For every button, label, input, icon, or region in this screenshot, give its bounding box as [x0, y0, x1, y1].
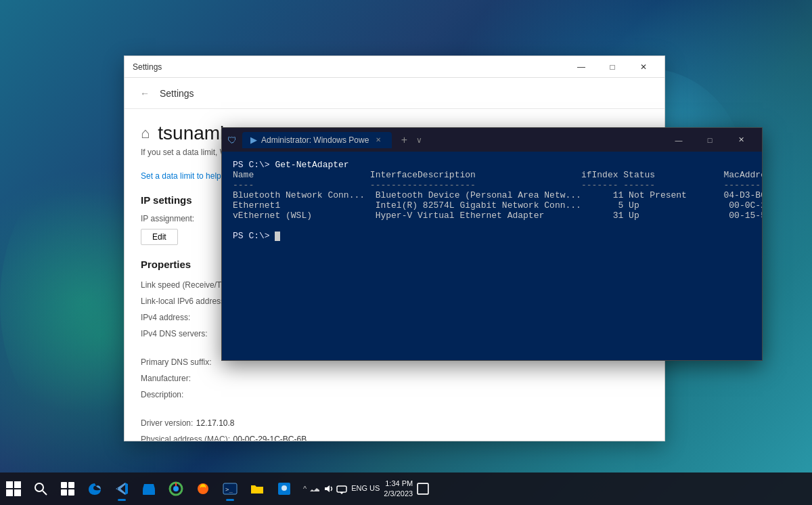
driver-label: Driver version: — [141, 418, 193, 428]
ipv4-label: IPv4 address: — [141, 313, 190, 322]
manufacturer-item: Manufacturer: — [141, 372, 648, 384]
taskbar-task-view-btn[interactable] — [54, 475, 81, 502]
taskbar-right: ^ ENG US 1:34 PM 2/3/2023 — [298, 479, 434, 500]
settings-maximize-btn[interactable]: □ — [597, 56, 628, 78]
settings-nav-title: Settings — [160, 88, 194, 99]
terminal-tab-title: Administrator: Windows Powe — [261, 135, 369, 145]
terminal-new-tab-btn[interactable]: + — [394, 131, 413, 150]
home-icon: ⌂ — [141, 125, 150, 142]
svg-rect-3 — [14, 489, 21, 496]
svg-rect-9 — [68, 489, 74, 496]
settings-win-controls: — □ ✕ — [566, 56, 659, 78]
terminal-prompt-1: PS C:\> — [233, 160, 275, 170]
ip-edit-btn[interactable]: Edit — [141, 229, 178, 245]
mac-label: Physical address (MAC): — [141, 435, 230, 441]
chrome-icon — [168, 481, 183, 496]
description-label: Description: — [141, 390, 183, 399]
description-item: Description: — [141, 388, 648, 400]
svg-point-17 — [281, 485, 287, 491]
terminal-win-controls: — □ ✕ — [663, 128, 757, 152]
settings-nav: ← Settings — [125, 78, 664, 109]
photos-icon — [277, 481, 292, 496]
edge-icon — [87, 481, 102, 496]
terminal-icon: >_ — [223, 481, 238, 496]
terminal-col-sep: ---- -------------------- ------- ------… — [233, 180, 762, 190]
taskbar-firefox-btn[interactable] — [189, 475, 217, 502]
svg-rect-2 — [6, 489, 13, 496]
windows-icon — [6, 481, 21, 496]
terminal-close-btn[interactable]: ✕ — [725, 128, 757, 152]
terminal-col-headers: Name InterfaceDescription ifIndex Status… — [233, 170, 762, 180]
explorer-icon — [250, 481, 265, 496]
taskbar-sys-icons: ^ — [303, 483, 347, 494]
mac-item: Physical address (MAC): 00-0C-29-1C-BC-6… — [141, 433, 648, 441]
terminal-body[interactable]: PS C:\> Get-NetAdapter Name InterfaceDes… — [222, 152, 762, 360]
svg-rect-19 — [418, 483, 428, 494]
settings-title: Settings — [130, 62, 566, 72]
svg-rect-18 — [337, 486, 346, 492]
terminal-row-2: Ethernet1 Intel(R) 82574L Gigabit Networ… — [233, 200, 762, 211]
svg-point-12 — [173, 486, 179, 491]
taskbar-explorer-btn[interactable] — [244, 475, 271, 502]
svg-rect-6 — [61, 482, 67, 488]
taskbar-store-btn[interactable] — [135, 475, 162, 502]
show-desktop-icon[interactable] — [417, 483, 429, 495]
taskbar-chevron[interactable]: ^ — [303, 485, 307, 493]
settings-page-title: tsunami — [158, 123, 224, 144]
taskbar: >_ ^ — [0, 473, 812, 505]
terminal-cmd-1: Get-NetAdapter — [275, 160, 348, 170]
svg-rect-8 — [61, 489, 67, 496]
terminal-row-1: Bluetooth Network Conn... Bluetooth Devi… — [233, 190, 762, 200]
sound-icon — [323, 483, 334, 494]
terminal-window: 🛡 ▶ Administrator: Windows Powe ✕ + ∨ — … — [221, 127, 763, 361]
taskbar-terminal-btn[interactable]: >_ — [217, 475, 244, 502]
taskbar-date: 2/3/2023 — [384, 489, 413, 499]
settings-close-btn[interactable]: ✕ — [628, 56, 659, 78]
settings-minimize-btn[interactable]: — — [566, 56, 597, 78]
terminal-prompt-2: PS C:\> — [233, 231, 275, 241]
svg-rect-10 — [143, 489, 155, 495]
terminal-minimize-btn[interactable]: — — [663, 128, 694, 152]
mac-value: 00-0C-29-1C-BC-6B — [233, 435, 307, 441]
manufacturer-label: Manufacturer: — [141, 374, 191, 383]
driver-item: Driver version: 12.17.10.8 — [141, 416, 648, 429]
taskbar-lang[interactable]: ENG US — [351, 483, 380, 493]
search-icon — [33, 481, 48, 496]
taskbar-search-btn[interactable] — [27, 475, 54, 502]
svg-rect-0 — [6, 481, 13, 488]
svg-rect-1 — [14, 481, 21, 488]
terminal-tab-chevron[interactable]: ∨ — [416, 135, 422, 145]
dns-suffix-label: Primary DNS suffix: — [141, 357, 211, 367]
taskbar-photos-btn[interactable] — [271, 475, 298, 502]
terminal-cursor — [275, 232, 280, 241]
svg-point-4 — [35, 483, 43, 491]
taskbar-edge-btn[interactable] — [81, 475, 108, 502]
settings-back-btn[interactable]: ← — [135, 84, 154, 103]
powershell-icon: ▶ — [250, 135, 257, 145]
taskbar-vscode-btn[interactable] — [108, 475, 135, 502]
desktop: Settings — □ ✕ ← Settings ⌂ tsunami If y… — [0, 0, 812, 505]
settings-titlebar: Settings — □ ✕ — [125, 56, 664, 78]
ipv6-label: Link-local IPv6 address: — [141, 297, 227, 306]
vscode-icon — [114, 481, 129, 496]
terminal-tab-close-btn[interactable]: ✕ — [373, 135, 384, 146]
terminal-row-3: vEthernet (WSL) Hyper-V Virtual Ethernet… — [233, 211, 762, 221]
taskbar-time: 1:34 PM — [384, 479, 413, 489]
taskbar-clock: 1:34 PM 2/3/2023 — [384, 479, 413, 500]
taskbar-chrome-btn[interactable] — [162, 475, 189, 502]
terminal-titlebar: 🛡 ▶ Administrator: Windows Powe ✕ + ∨ — … — [222, 128, 762, 152]
terminal-active-tab[interactable]: ▶ Administrator: Windows Powe ✕ — [242, 132, 392, 148]
firefox-icon — [196, 481, 210, 496]
svg-rect-7 — [68, 482, 74, 488]
driver-value: 12.17.10.8 — [196, 418, 235, 428]
task-view-icon — [60, 481, 75, 496]
network-icon — [309, 483, 320, 494]
ipv4-dns-label: IPv4 DNS servers: — [141, 329, 208, 338]
notification-icon — [336, 483, 347, 494]
svg-text:>_: >_ — [225, 486, 233, 493]
taskbar-start-btn[interactable] — [0, 475, 27, 502]
terminal-maximize-btn[interactable]: □ — [694, 128, 725, 152]
store-icon — [141, 481, 156, 496]
terminal-shield-icon: 🛡 — [227, 135, 237, 146]
svg-line-5 — [43, 491, 47, 495]
